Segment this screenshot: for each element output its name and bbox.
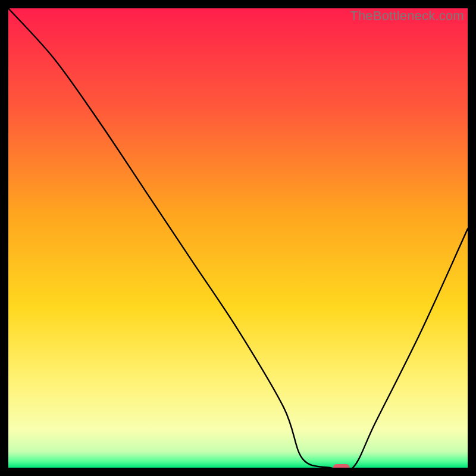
watermark-text: TheBottleneck.com [350, 8, 464, 24]
gradient-background [8, 8, 468, 468]
bottleneck-chart [8, 8, 468, 468]
optimal-marker [333, 464, 350, 468]
chart-frame: TheBottleneck.com [8, 8, 468, 468]
